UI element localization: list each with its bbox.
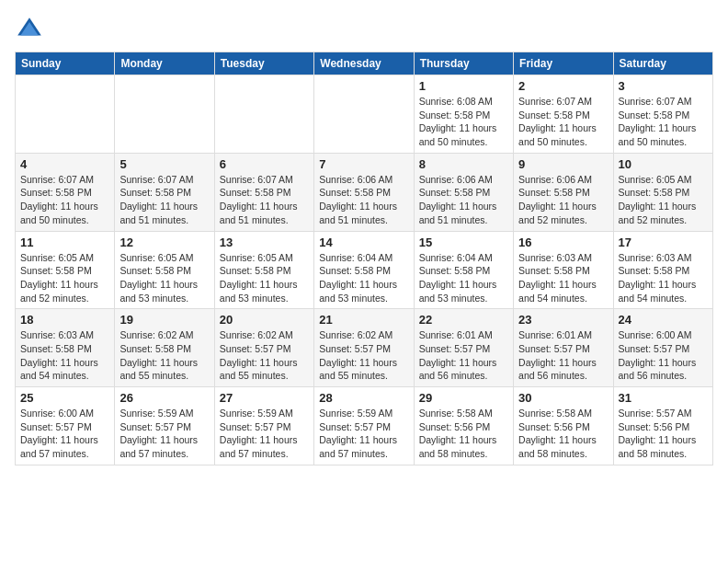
- calendar-cell: 19Sunrise: 6:02 AMSunset: 5:58 PMDayligh…: [115, 309, 214, 387]
- calendar-cell: 23Sunrise: 6:01 AMSunset: 5:57 PMDayligh…: [514, 309, 613, 387]
- day-number: 26: [119, 391, 209, 405]
- day-number: 24: [619, 313, 708, 327]
- calendar-table: SundayMondayTuesdayWednesdayThursdayFrid…: [15, 52, 713, 465]
- day-info: Sunrise: 6:04 AMSunset: 5:58 PMDaylight:…: [319, 251, 408, 305]
- calendar-cell: 5Sunrise: 6:07 AMSunset: 5:58 PMDaylight…: [115, 153, 214, 231]
- weekday-header-friday: Friday: [514, 52, 613, 75]
- calendar-cell: 14Sunrise: 6:04 AMSunset: 5:58 PMDayligh…: [314, 231, 414, 309]
- weekday-header-sunday: Sunday: [16, 52, 115, 75]
- day-number: 11: [20, 236, 109, 249]
- calendar-cell: 24Sunrise: 6:00 AMSunset: 5:57 PMDayligh…: [613, 309, 712, 387]
- calendar-cell: 22Sunrise: 6:01 AMSunset: 5:57 PMDayligh…: [414, 309, 513, 387]
- day-number: 22: [419, 313, 508, 327]
- calendar-cell: 7Sunrise: 6:06 AMSunset: 5:58 PMDaylight…: [314, 153, 414, 231]
- calendar-cell: 1Sunrise: 6:08 AMSunset: 5:58 PMDaylight…: [414, 75, 513, 154]
- day-number: 19: [119, 313, 209, 327]
- day-number: 29: [419, 391, 508, 405]
- calendar-week-5: 25Sunrise: 6:00 AMSunset: 5:57 PMDayligh…: [16, 387, 713, 465]
- calendar-week-2: 4Sunrise: 6:07 AMSunset: 5:58 PMDaylight…: [16, 153, 713, 231]
- day-number: 18: [20, 313, 109, 327]
- day-info: Sunrise: 6:07 AMSunset: 5:58 PMDaylight:…: [518, 95, 608, 149]
- day-number: 5: [119, 157, 209, 171]
- weekday-header-wednesday: Wednesday: [314, 52, 414, 75]
- day-info: Sunrise: 6:02 AMSunset: 5:57 PMDaylight:…: [220, 328, 309, 383]
- calendar-cell: 30Sunrise: 5:58 AMSunset: 5:56 PMDayligh…: [514, 387, 613, 465]
- day-number: 9: [518, 157, 608, 171]
- day-number: 6: [220, 157, 309, 171]
- logo: [15, 15, 48, 44]
- day-number: 21: [319, 313, 408, 327]
- day-info: Sunrise: 6:04 AMSunset: 5:58 PMDaylight:…: [419, 251, 508, 305]
- calendar-cell: 11Sunrise: 6:05 AMSunset: 5:58 PMDayligh…: [16, 231, 115, 309]
- day-info: Sunrise: 6:05 AMSunset: 5:58 PMDaylight:…: [619, 173, 708, 227]
- day-info: Sunrise: 6:05 AMSunset: 5:58 PMDaylight:…: [119, 251, 209, 305]
- day-number: 3: [619, 79, 708, 93]
- calendar-week-3: 11Sunrise: 6:05 AMSunset: 5:58 PMDayligh…: [16, 231, 713, 309]
- day-info: Sunrise: 5:57 AMSunset: 5:56 PMDaylight:…: [619, 407, 708, 461]
- day-number: 20: [220, 313, 309, 327]
- calendar-cell: 17Sunrise: 6:03 AMSunset: 5:58 PMDayligh…: [613, 231, 712, 309]
- day-info: Sunrise: 6:06 AMSunset: 5:58 PMDaylight:…: [518, 173, 608, 227]
- day-info: Sunrise: 6:07 AMSunset: 5:58 PMDaylight:…: [619, 95, 708, 149]
- day-info: Sunrise: 6:07 AMSunset: 5:58 PMDaylight:…: [220, 173, 309, 227]
- calendar-cell: [214, 75, 313, 154]
- day-number: 23: [518, 313, 608, 327]
- day-info: Sunrise: 6:03 AMSunset: 5:58 PMDaylight:…: [619, 251, 708, 305]
- page-header: [15, 15, 713, 44]
- calendar-cell: 13Sunrise: 6:05 AMSunset: 5:58 PMDayligh…: [214, 231, 313, 309]
- calendar-cell: 8Sunrise: 6:06 AMSunset: 5:58 PMDaylight…: [414, 153, 513, 231]
- calendar-cell: 18Sunrise: 6:03 AMSunset: 5:58 PMDayligh…: [16, 309, 115, 387]
- day-info: Sunrise: 6:03 AMSunset: 5:58 PMDaylight:…: [20, 328, 109, 383]
- calendar-cell: 16Sunrise: 6:03 AMSunset: 5:58 PMDayligh…: [514, 231, 613, 309]
- calendar-cell: 26Sunrise: 5:59 AMSunset: 5:57 PMDayligh…: [115, 387, 214, 465]
- day-number: 17: [619, 236, 708, 249]
- day-info: Sunrise: 6:01 AMSunset: 5:57 PMDaylight:…: [518, 328, 608, 383]
- day-number: 10: [619, 157, 708, 171]
- calendar-cell: 10Sunrise: 6:05 AMSunset: 5:58 PMDayligh…: [613, 153, 712, 231]
- day-number: 30: [518, 391, 608, 405]
- calendar-cell: [314, 75, 414, 154]
- day-info: Sunrise: 6:05 AMSunset: 5:58 PMDaylight:…: [20, 251, 109, 305]
- day-number: 4: [20, 157, 109, 171]
- calendar-cell: 27Sunrise: 5:59 AMSunset: 5:57 PMDayligh…: [214, 387, 313, 465]
- day-number: 31: [619, 391, 708, 405]
- calendar-cell: 2Sunrise: 6:07 AMSunset: 5:58 PMDaylight…: [514, 75, 613, 154]
- weekday-header-row: SundayMondayTuesdayWednesdayThursdayFrid…: [16, 52, 713, 75]
- day-info: Sunrise: 5:58 AMSunset: 5:56 PMDaylight:…: [419, 407, 508, 461]
- day-number: 8: [419, 157, 508, 171]
- logo-icon: [15, 15, 44, 44]
- day-info: Sunrise: 6:00 AMSunset: 5:57 PMDaylight:…: [20, 407, 109, 461]
- day-number: 25: [20, 391, 109, 405]
- day-info: Sunrise: 6:00 AMSunset: 5:57 PMDaylight:…: [619, 328, 708, 383]
- day-number: 16: [518, 236, 608, 249]
- day-info: Sunrise: 6:06 AMSunset: 5:58 PMDaylight:…: [319, 173, 408, 227]
- weekday-header-saturday: Saturday: [613, 52, 712, 75]
- weekday-header-tuesday: Tuesday: [214, 52, 313, 75]
- day-info: Sunrise: 5:59 AMSunset: 5:57 PMDaylight:…: [220, 407, 309, 461]
- day-info: Sunrise: 6:08 AMSunset: 5:58 PMDaylight:…: [419, 95, 508, 149]
- calendar-cell: 6Sunrise: 6:07 AMSunset: 5:58 PMDaylight…: [214, 153, 313, 231]
- calendar-cell: [115, 75, 214, 154]
- calendar-cell: 25Sunrise: 6:00 AMSunset: 5:57 PMDayligh…: [16, 387, 115, 465]
- weekday-header-thursday: Thursday: [414, 52, 513, 75]
- calendar-cell: 9Sunrise: 6:06 AMSunset: 5:58 PMDaylight…: [514, 153, 613, 231]
- day-number: 13: [220, 236, 309, 249]
- day-number: 12: [119, 236, 209, 249]
- day-number: 27: [220, 391, 309, 405]
- day-number: 7: [319, 157, 408, 171]
- day-info: Sunrise: 5:59 AMSunset: 5:57 PMDaylight:…: [119, 407, 209, 461]
- weekday-header-monday: Monday: [115, 52, 214, 75]
- calendar-cell: 4Sunrise: 6:07 AMSunset: 5:58 PMDaylight…: [16, 153, 115, 231]
- day-number: 14: [319, 236, 408, 249]
- day-info: Sunrise: 6:06 AMSunset: 5:58 PMDaylight:…: [419, 173, 508, 227]
- calendar-cell: 20Sunrise: 6:02 AMSunset: 5:57 PMDayligh…: [214, 309, 313, 387]
- day-info: Sunrise: 6:03 AMSunset: 5:58 PMDaylight:…: [518, 251, 608, 305]
- day-info: Sunrise: 6:05 AMSunset: 5:58 PMDaylight:…: [220, 251, 309, 305]
- day-number: 15: [419, 236, 508, 249]
- calendar-week-4: 18Sunrise: 6:03 AMSunset: 5:58 PMDayligh…: [16, 309, 713, 387]
- day-info: Sunrise: 6:01 AMSunset: 5:57 PMDaylight:…: [419, 328, 508, 383]
- calendar-cell: 12Sunrise: 6:05 AMSunset: 5:58 PMDayligh…: [115, 231, 214, 309]
- day-info: Sunrise: 6:02 AMSunset: 5:58 PMDaylight:…: [119, 328, 209, 383]
- calendar-cell: 29Sunrise: 5:58 AMSunset: 5:56 PMDayligh…: [414, 387, 513, 465]
- day-info: Sunrise: 6:07 AMSunset: 5:58 PMDaylight:…: [20, 173, 109, 227]
